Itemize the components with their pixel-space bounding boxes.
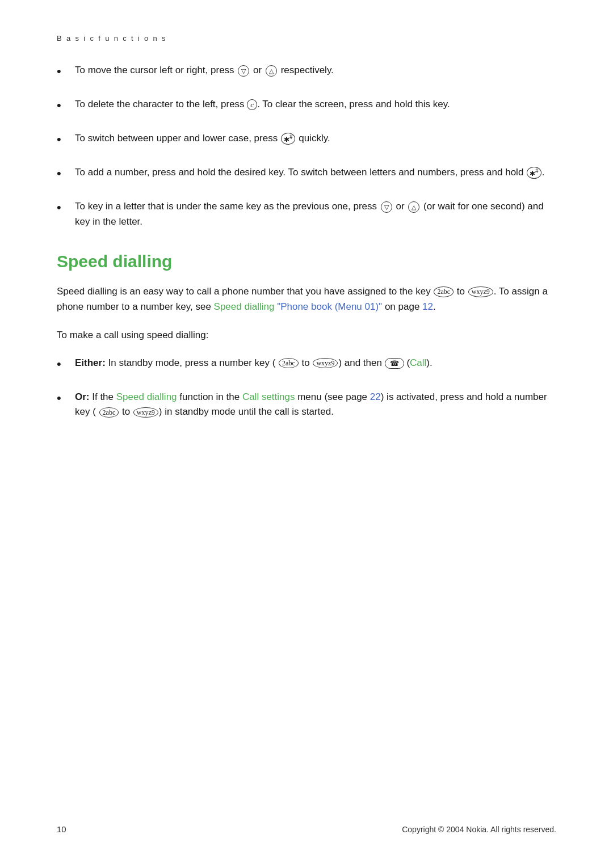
list-item: • To add a number, press and hold the de… (57, 165, 556, 183)
page-number: 10 (57, 824, 66, 834)
speed-dial-bullet-list: • Either: In standby mode, press a numbe… (57, 356, 556, 420)
phone-book-link[interactable]: "Phone book (Menu 01)" (277, 301, 382, 312)
bullet-dot: • (57, 62, 69, 81)
nav-up-icon2: △ (408, 201, 419, 213)
page-footer: 10 Copyright © 2004 Nokia. All rights re… (0, 824, 613, 834)
list-item-either: • Either: In standby mode, press a numbe… (57, 356, 556, 374)
nav-up-icon: △ (266, 65, 277, 77)
page-22-link[interactable]: 22 (370, 391, 381, 402)
list-item: • To move the cursor left or right, pres… (57, 63, 556, 81)
bullet-dot: • (57, 198, 69, 217)
speed-dialling-section: Speed dialling Speed dialling is an easy… (57, 252, 556, 420)
bullet-text-or: Or: If the Speed dialling function in th… (75, 390, 556, 420)
nav-down-icon2: ▽ (381, 201, 392, 213)
speed-dialling-link2[interactable]: Speed dialling (116, 391, 177, 402)
list-item: • To switch between upper and lower case… (57, 131, 556, 149)
key-2abc-icon: 2abc (434, 286, 454, 297)
list-item-or: • Or: If the Speed dialling function in … (57, 390, 556, 420)
list-item: • To key in a letter that is under the s… (57, 199, 556, 229)
bullet-dot: • (57, 96, 69, 115)
copyright-text: Copyright © 2004 Nokia. All rights reser… (402, 825, 556, 834)
section-intro: Speed dialling is an easy way to call a … (57, 284, 556, 314)
bullet-list: • To move the cursor left or right, pres… (57, 63, 556, 229)
bullet-text: To switch between upper and lower case, … (75, 131, 556, 146)
page-12-link[interactable]: 12 (422, 301, 433, 312)
page-header: B a s i c f u n c t i o n s (57, 34, 556, 43)
bullet-text: To move the cursor left or right, press … (75, 63, 556, 78)
list-item: • To delete the character to the left, p… (57, 97, 556, 115)
call-key-icon: ☎ (385, 358, 404, 369)
make-call-text: To make a call using speed dialling: (57, 328, 556, 343)
bullet-dot: • (57, 164, 69, 183)
key-2abc-icon3: 2abc (99, 407, 119, 418)
page: B a s i c f u n c t i o n s • To move th… (0, 0, 613, 868)
bullet-dot: • (57, 389, 69, 408)
c-key-icon: c (247, 99, 257, 111)
call-link[interactable]: Call (410, 357, 426, 368)
or-label: Or: (75, 391, 90, 402)
hash-key-icon2: ✱# (527, 167, 541, 179)
bullet-dot: • (57, 130, 69, 149)
bullet-text: To add a number, press and hold the desi… (75, 165, 556, 180)
key-wxyz-icon2: wxyz9 (313, 358, 338, 368)
bullet-text: To key in a letter that is under the sam… (75, 199, 556, 229)
bullet-text: To delete the character to the left, pre… (75, 97, 556, 112)
key-wxyz-icon3: wxyz9 (133, 407, 158, 418)
hash-key-icon: ✱# (281, 133, 296, 145)
key-wxyz-icon: wxyz9 (468, 286, 493, 297)
bullet-text-either: Either: In standby mode, press a number … (75, 356, 556, 370)
section-heading: Speed dialling (57, 252, 556, 271)
key-2abc-icon2: 2abc (279, 358, 299, 368)
either-label: Either: (75, 357, 106, 368)
call-settings-link[interactable]: Call settings (242, 391, 295, 402)
speed-dialling-link1[interactable]: Speed dialling (214, 301, 275, 312)
nav-down-icon: ▽ (238, 65, 249, 77)
bullet-dot: • (57, 355, 69, 374)
